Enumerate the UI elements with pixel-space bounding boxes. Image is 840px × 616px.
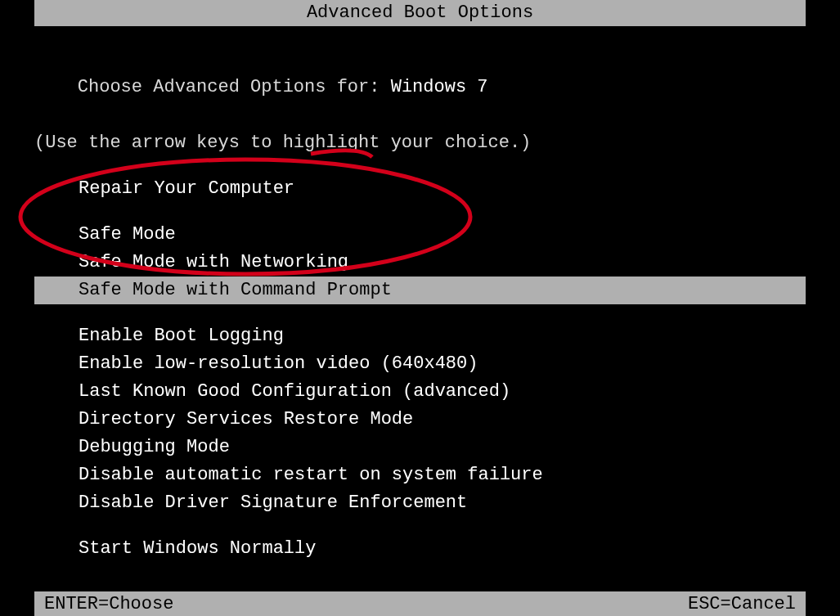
footer-enter: ENTER=Choose [44, 594, 173, 614]
option-enable-boot-logging[interactable]: Enable Boot Logging [79, 322, 284, 350]
option-disable-auto-restart[interactable]: Disable automatic restart on system fail… [79, 461, 543, 489]
option-start-windows-normally[interactable]: Start Windows Normally [79, 535, 316, 563]
title-bar: Advanced Boot Options [34, 0, 806, 26]
option-enable-low-res-video[interactable]: Enable low-resolution video (640x480) [79, 350, 478, 378]
footer-bar: ENTER=Choose ESC=Cancel [34, 591, 806, 616]
selected-row[interactable]: Safe Mode with Command Prompt [34, 277, 806, 304]
option-debugging-mode[interactable]: Debugging Mode [79, 434, 230, 461]
title-text: Advanced Boot Options [307, 2, 533, 23]
hint-line: (Use the arrow keys to highlight your ch… [34, 129, 806, 157]
choose-line: Choose Advanced Options for: Windows 7 [34, 46, 806, 129]
choose-prefix: Choose Advanced Options for: [78, 77, 391, 97]
selection-highlight-pad [34, 277, 79, 304]
option-safe-mode[interactable]: Safe Mode [79, 221, 176, 249]
option-safe-mode-networking[interactable]: Safe Mode with Networking [79, 249, 348, 277]
option-safe-mode-command-prompt[interactable]: Safe Mode with Command Prompt [79, 277, 397, 304]
option-directory-services-restore[interactable]: Directory Services Restore Mode [79, 406, 413, 434]
option-disable-driver-sig[interactable]: Disable Driver Signature Enforcement [79, 489, 467, 517]
os-name: Windows 7 [391, 77, 488, 97]
boot-menu: Choose Advanced Options for: Windows 7 (… [34, 46, 806, 616]
option-last-known-good-config[interactable]: Last Known Good Configuration (advanced) [79, 378, 510, 406]
option-repair-your-computer[interactable]: Repair Your Computer [79, 175, 294, 203]
footer-esc: ESC=Cancel [688, 594, 796, 614]
